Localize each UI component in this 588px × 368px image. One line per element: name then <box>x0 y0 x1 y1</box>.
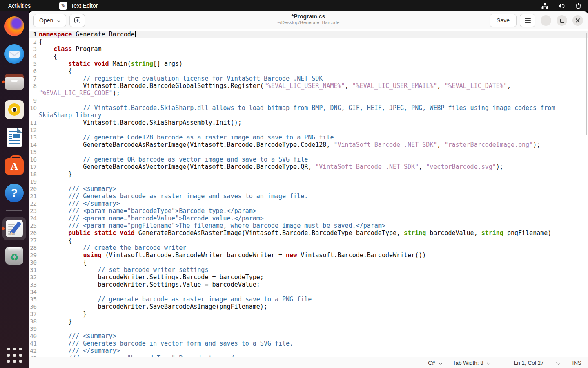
code-line[interactable]: 34 <box>29 288 588 296</box>
code-line[interactable]: 5 static void Main(string[] args) <box>29 60 588 67</box>
code-line[interactable]: 41 /// Generates barcode in vector form … <box>29 340 588 347</box>
libreoffice-writer-icon[interactable] <box>0 123 29 151</box>
focused-app-indicator[interactable]: ✎ Text Editor <box>59 2 98 10</box>
code-line[interactable]: 17 GenerateBarcodeAsVectorImage(Vintasof… <box>29 163 588 171</box>
header-bar: Open *Program.cs ~/Desktop/Generate_Barc… <box>29 11 588 29</box>
line-number: 15 <box>29 148 37 156</box>
code-line[interactable]: 30 { <box>29 259 588 266</box>
code-line[interactable]: 24 /// <param name="barcodeValue">Barcod… <box>29 215 588 222</box>
code-line[interactable]: 19 <box>29 178 588 185</box>
line-number: 21 <box>29 193 37 200</box>
power-icon[interactable] <box>575 3 581 9</box>
firefox-icon[interactable] <box>0 12 29 40</box>
thunderbird-icon[interactable] <box>0 40 29 68</box>
trash-icon[interactable]: ♻ <box>0 242 29 269</box>
code-line[interactable]: 31 // set barcode writer settings <box>29 266 588 274</box>
code-line[interactable]: 38 } <box>29 318 588 325</box>
line-number: 18 <box>29 171 37 178</box>
text-editor-icon[interactable] <box>0 215 29 242</box>
restore-button[interactable] <box>557 15 567 26</box>
close-button[interactable] <box>572 15 583 26</box>
code-line[interactable]: 14 GenerateBarcodeAsRasterImage(Vintasof… <box>29 141 588 148</box>
line-number <box>29 112 37 119</box>
code-text: // register the evaluation license for V… <box>39 75 323 82</box>
code-text: class Program <box>39 45 102 53</box>
line-number: 14 <box>29 141 37 148</box>
files-icon[interactable] <box>0 68 29 96</box>
line-number: 23 <box>29 207 37 215</box>
code-line[interactable]: 3 class Program <box>29 45 588 53</box>
save-button[interactable]: Save <box>490 14 517 27</box>
line-number: 29 <box>29 251 37 259</box>
code-line[interactable]: 7 // register the evaluation license for… <box>29 75 588 82</box>
dock: A ? ♻ <box>0 11 29 368</box>
line-number: 26 <box>29 229 37 237</box>
code-line[interactable]: "%EVAL_LIC_REG_CODE"); <box>29 90 588 97</box>
line-number: 37 <box>29 310 37 318</box>
code-line[interactable]: 26 public static void GenerateBarcodeAsR… <box>29 229 588 237</box>
code-line[interactable]: 36 barcodeWriter.SaveBarcodeAsImage(pngF… <box>29 303 588 310</box>
volume-icon[interactable] <box>558 3 566 9</box>
code-line[interactable]: 16 // generate QR barcode as vector imag… <box>29 156 588 163</box>
running-indicator <box>2 81 5 83</box>
code-line[interactable]: 25 /// <param name="pngFilename">The fil… <box>29 222 588 229</box>
code-editor[interactable]: 1namespace Generate_Barcode2{3 class Pro… <box>29 29 588 357</box>
code-line[interactable]: SkiaSharp library <box>29 112 588 119</box>
scrollbar-thumb[interactable] <box>586 33 587 135</box>
running-indicator <box>2 227 5 230</box>
code-line[interactable]: 35 // generate barcode as raster image a… <box>29 296 588 303</box>
code-line[interactable]: 28 // create the barcode writer <box>29 244 588 251</box>
code-line[interactable]: 4 { <box>29 53 588 60</box>
minimize-button[interactable] <box>541 15 551 26</box>
code-line[interactable]: 10 // Vintasoft.Barcode.SkiaSharp.dll al… <box>29 104 588 112</box>
chevron-down-icon[interactable] <box>556 361 560 364</box>
code-line[interactable]: 37 } <box>29 310 588 318</box>
activities-button[interactable]: Activities <box>8 2 31 9</box>
network-icon[interactable] <box>541 3 548 9</box>
line-number: 16 <box>29 156 37 163</box>
code-line[interactable]: 27 { <box>29 237 588 244</box>
code-line[interactable]: 15 <box>29 148 588 156</box>
code-text: static void Main(string[] args) <box>39 60 183 67</box>
code-line[interactable]: 32 barcodeWriter.Settings.Barcode = barc… <box>29 274 588 281</box>
main-menu-button[interactable] <box>520 14 535 27</box>
code-text: /// <param name="barcodeType">Barcode ty… <box>39 207 256 215</box>
language-selector[interactable]: C# <box>428 360 442 366</box>
code-text: /// Generates barcode as raster image an… <box>39 193 308 200</box>
code-text: } <box>39 171 72 178</box>
line-number: 38 <box>29 318 37 325</box>
app-grid-icon[interactable] <box>0 346 29 368</box>
code-line[interactable]: 33 barcodeWriter.Settings.Value = barcod… <box>29 281 588 288</box>
menu-icon <box>525 20 531 21</box>
help-icon[interactable]: ? <box>0 179 29 207</box>
code-line[interactable]: 29 using (Vintasoft.Barcode.BarcodeWrite… <box>29 251 588 259</box>
code-text: // generate Code128 barcode as a raster … <box>39 134 334 141</box>
code-line[interactable]: 6 { <box>29 67 588 75</box>
line-number: 25 <box>29 222 37 229</box>
code-line[interactable]: 22 /// </summary> <box>29 200 588 207</box>
code-line[interactable]: 42 /// </summary> <box>29 347 588 355</box>
code-line[interactable]: 21 /// Generates barcode as raster image… <box>29 193 588 200</box>
rhythmbox-icon[interactable] <box>0 96 29 123</box>
new-tab-button[interactable] <box>69 14 85 27</box>
code-line[interactable]: 9 <box>29 97 588 104</box>
tab-width-selector[interactable]: Tab Width: 8 <box>453 360 490 366</box>
app-center-icon[interactable]: A <box>0 151 29 179</box>
cursor-position-button[interactable]: Ln 1, Col 27 <box>514 360 544 366</box>
code-line[interactable]: 12 <box>29 126 588 134</box>
status-bar: C# Tab Width: 8 Ln 1, Col 27 INS <box>29 357 588 368</box>
code-line[interactable]: 2{ <box>29 38 588 45</box>
code-text: barcodeWriter.Settings.Barcode = barcode… <box>39 274 264 281</box>
code-line[interactable]: 40 /// <summary> <box>29 332 588 340</box>
code-line[interactable]: 8 Vintasoft.Barcode.BarcodeGlobalSetting… <box>29 82 588 90</box>
code-line[interactable]: 11 Vintasoft.Barcode.SkiaSharpAssembly.I… <box>29 119 588 126</box>
code-line[interactable]: 13 // generate Code128 barcode as a rast… <box>29 134 588 141</box>
code-line[interactable]: 23 /// <param name="barcodeType">Barcode… <box>29 207 588 215</box>
open-button[interactable]: Open <box>33 14 66 27</box>
code-line[interactable]: 39 <box>29 325 588 332</box>
code-line[interactable]: 18 } <box>29 171 588 178</box>
code-line[interactable]: 1namespace Generate_Barcode <box>29 31 588 38</box>
code-text: /// <param name="pngFilename">The filena… <box>39 222 385 229</box>
code-line[interactable]: 20 /// <summary> <box>29 185 588 193</box>
line-number: 22 <box>29 200 37 207</box>
